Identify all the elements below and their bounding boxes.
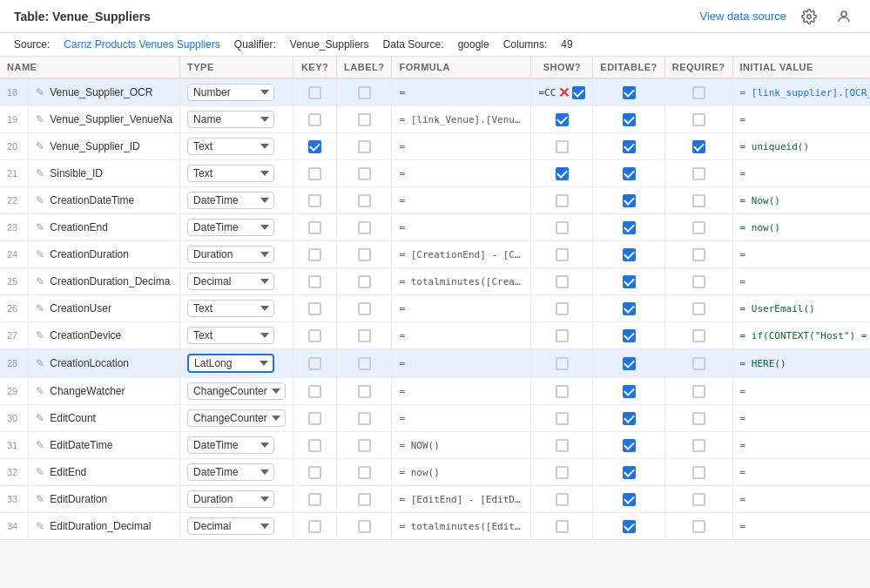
type-select[interactable]: DateTime — [187, 436, 274, 454]
label-cell[interactable] — [337, 106, 392, 133]
key-checkbox[interactable] — [308, 329, 321, 342]
type-select[interactable]: Decimal — [187, 273, 274, 290]
edit-row-icon[interactable]: ✎ — [36, 302, 44, 314]
type-cell[interactable]: DateTime — [180, 459, 293, 486]
key-checkbox[interactable] — [308, 194, 321, 207]
key-cell[interactable] — [293, 78, 337, 106]
show-cell[interactable] — [531, 214, 593, 241]
key-cell[interactable] — [293, 160, 337, 187]
editable-cell[interactable] — [593, 133, 664, 160]
label-cell[interactable] — [337, 214, 392, 241]
type-select[interactable]: Number — [187, 84, 274, 101]
require-checkbox[interactable] — [692, 329, 705, 342]
show-cell[interactable] — [531, 513, 593, 540]
require-cell[interactable] — [664, 486, 732, 513]
type-cell[interactable]: ChangeCounter — [180, 405, 293, 432]
type-cell[interactable]: Text — [180, 133, 293, 160]
show-cell[interactable] — [531, 459, 593, 486]
show-checkbox[interactable] — [556, 194, 569, 207]
edit-row-icon[interactable]: ✎ — [36, 412, 44, 424]
type-select[interactable]: Name — [187, 111, 274, 128]
show-cell[interactable] — [531, 187, 593, 214]
key-checkbox[interactable] — [308, 302, 321, 315]
require-cell[interactable] — [664, 432, 732, 459]
show-checkbox[interactable] — [556, 167, 569, 180]
edit-row-icon[interactable]: ✎ — [36, 357, 44, 369]
show-checkbox[interactable] — [556, 385, 569, 398]
require-checkbox[interactable] — [692, 385, 705, 398]
editable-checkbox[interactable] — [623, 329, 636, 342]
key-checkbox[interactable] — [308, 412, 321, 425]
editable-checkbox[interactable] — [623, 167, 636, 180]
type-cell[interactable]: Decimal — [180, 268, 293, 295]
key-cell[interactable] — [293, 349, 337, 378]
type-cell[interactable]: Text — [180, 160, 293, 187]
edit-row-icon[interactable]: ✎ — [36, 167, 44, 179]
label-cell[interactable] — [337, 241, 392, 268]
show-cell[interactable] — [531, 295, 593, 322]
label-checkbox[interactable] — [358, 466, 371, 479]
edit-row-icon[interactable]: ✎ — [36, 140, 44, 152]
editable-cell[interactable] — [593, 241, 664, 268]
key-checkbox[interactable] — [308, 439, 321, 452]
show-checkbox[interactable] — [556, 466, 569, 479]
key-checkbox[interactable] — [308, 466, 321, 479]
label-checkbox[interactable] — [358, 385, 371, 398]
type-cell[interactable]: Name — [180, 106, 293, 133]
label-cell[interactable] — [337, 78, 392, 106]
label-checkbox[interactable] — [358, 520, 371, 533]
require-cell[interactable] — [664, 459, 732, 486]
require-cell[interactable] — [664, 187, 732, 214]
editable-checkbox[interactable] — [623, 248, 636, 261]
type-cell[interactable]: ChangeCounter — [180, 378, 293, 405]
show-checkbox[interactable] — [572, 86, 585, 99]
show-cell[interactable] — [531, 106, 593, 133]
key-checkbox[interactable] — [308, 86, 321, 99]
show-checkbox[interactable] — [556, 113, 569, 126]
label-checkbox[interactable] — [358, 439, 371, 452]
show-cell[interactable]: =CC ✕ — [531, 78, 593, 106]
label-cell[interactable] — [337, 322, 392, 349]
type-cell[interactable]: Number — [180, 78, 293, 106]
require-checkbox[interactable] — [692, 167, 705, 180]
key-checkbox[interactable] — [308, 221, 321, 234]
label-checkbox[interactable] — [358, 412, 371, 425]
require-checkbox[interactable] — [692, 275, 705, 288]
require-checkbox[interactable] — [692, 86, 705, 99]
show-checkbox[interactable] — [556, 412, 569, 425]
editable-checkbox[interactable] — [623, 466, 636, 479]
editable-cell[interactable] — [593, 513, 664, 540]
show-cell[interactable] — [531, 322, 593, 349]
key-cell[interactable] — [293, 187, 337, 214]
type-cell[interactable]: DateTime — [180, 432, 293, 459]
edit-row-icon[interactable]: ✎ — [36, 329, 44, 341]
require-checkbox[interactable] — [692, 520, 705, 533]
show-checkbox[interactable] — [556, 357, 569, 370]
label-checkbox[interactable] — [358, 221, 371, 234]
key-cell[interactable] — [293, 459, 337, 486]
key-checkbox[interactable] — [308, 520, 321, 533]
key-cell[interactable] — [293, 432, 337, 459]
require-cell[interactable] — [664, 322, 732, 349]
label-checkbox[interactable] — [358, 357, 371, 370]
editable-cell[interactable] — [593, 486, 664, 513]
key-checkbox[interactable] — [308, 275, 321, 288]
show-checkbox[interactable] — [556, 302, 569, 315]
show-checkbox[interactable] — [556, 221, 569, 234]
editable-checkbox[interactable] — [623, 385, 636, 398]
require-checkbox[interactable] — [692, 113, 705, 126]
require-cell[interactable] — [664, 160, 732, 187]
require-cell[interactable] — [664, 78, 732, 106]
key-checkbox[interactable] — [308, 357, 321, 370]
editable-cell[interactable] — [593, 106, 664, 133]
show-cell[interactable] — [531, 432, 593, 459]
label-cell[interactable] — [337, 133, 392, 160]
type-select[interactable]: ChangeCounter — [187, 382, 286, 400]
label-checkbox[interactable] — [358, 113, 371, 126]
type-select[interactable]: DateTime — [187, 463, 274, 481]
label-cell[interactable] — [337, 187, 392, 214]
require-checkbox[interactable] — [692, 221, 705, 234]
require-cell[interactable] — [664, 241, 732, 268]
editable-cell[interactable] — [593, 322, 664, 349]
label-checkbox[interactable] — [358, 302, 371, 315]
